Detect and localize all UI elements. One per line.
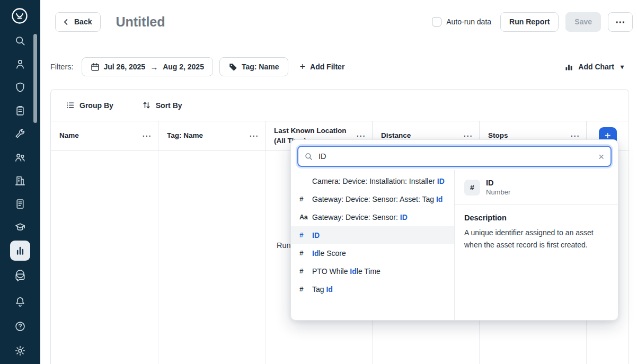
field-detail-title: ID — [486, 179, 510, 187]
sidebar — [0, 0, 40, 364]
notifications-bell-icon[interactable] — [12, 294, 28, 310]
table-column-body — [51, 151, 158, 364]
field-result-item[interactable]: #Tag Id — [291, 280, 454, 298]
field-search: × — [297, 146, 612, 167]
autorun-label: Auto-run data — [446, 17, 491, 26]
add-chart-label: Add Chart — [578, 63, 614, 71]
tag-filter[interactable]: Tag: Name — [219, 57, 288, 76]
sort-by-label: Sort By — [156, 101, 182, 110]
reports-chart-icon[interactable] — [10, 241, 30, 261]
field-result-item[interactable]: #PTO While Idle Time — [291, 262, 454, 280]
tag-filter-label: Tag: Name — [242, 63, 279, 71]
chevron-left-icon — [62, 18, 70, 26]
column-menu-icon[interactable]: ⋯ — [139, 130, 154, 141]
column-label: Tag: Name — [167, 131, 203, 140]
search-icon[interactable] — [10, 31, 30, 51]
plus-icon: + — [300, 62, 306, 72]
date-range-filter[interactable]: Jul 26, 2025 → Aug 2, 2025 — [82, 57, 213, 76]
sites-building-icon[interactable] — [10, 171, 30, 191]
field-detail-panel: # ID Number Description A unique identif… — [455, 170, 618, 320]
field-detail-header: # ID Number — [455, 170, 618, 205]
sidebar-scrollbar[interactable] — [33, 34, 37, 123]
table-toolbar: Group By Sort By — [51, 90, 629, 121]
chart-icon — [564, 63, 573, 72]
settings-gear-icon[interactable] — [12, 343, 28, 359]
maintenance-wrench-icon[interactable] — [10, 124, 30, 144]
compliance-clipboard-icon[interactable] — [10, 101, 30, 121]
number-type-icon: # — [299, 194, 312, 205]
header-actions: Auto-run data Run Report Save ⋯ — [432, 12, 633, 32]
field-search-input[interactable] — [317, 152, 593, 161]
more-options-button[interactable]: ⋯ — [608, 12, 633, 32]
number-type-icon: # — [299, 230, 312, 241]
autorun-toggle[interactable]: Auto-run data — [432, 17, 491, 26]
field-result-item[interactable]: #Gateway: Device: Sensor: Asset: Tag Id — [291, 190, 454, 208]
number-type-icon: # — [299, 284, 312, 295]
field-result-label: ID — [312, 230, 447, 241]
field-result-item[interactable]: #Idle Score — [291, 244, 454, 262]
training-cap-icon[interactable] — [10, 217, 30, 237]
table-empty-state-text: Run — [277, 241, 291, 250]
add-filter-button[interactable]: + Add Filter — [295, 57, 350, 76]
clear-search-icon[interactable]: × — [597, 152, 605, 162]
group-by-label: Group By — [79, 101, 113, 110]
field-result-label: Gateway: Device: Sensor: Asset: Tag Id — [312, 194, 447, 205]
popover-body: Camera: Device: Installation: Installer … — [291, 170, 618, 320]
description-text: A unique identifier assigned to an asset… — [464, 227, 598, 251]
field-results-list: Camera: Device: Installation: Installer … — [291, 170, 455, 320]
add-column-popover: × Camera: Device: Installation: Installe… — [290, 139, 618, 321]
column-header-tag-name[interactable]: Tag: Name ⋯ — [158, 121, 266, 150]
sidebar-bottom-nav — [0, 270, 40, 359]
arrow-right-icon: → — [150, 63, 158, 72]
date-end: Aug 2, 2025 — [163, 63, 204, 71]
group-by-button[interactable]: Group By — [60, 96, 119, 115]
save-button[interactable]: Save — [565, 12, 601, 32]
documents-icon[interactable] — [10, 194, 30, 214]
field-result-label: Gateway: Device: Sensor: ID — [312, 212, 447, 223]
date-start: Jul 26, 2025 — [104, 63, 146, 71]
field-result-item[interactable]: Camera: Device: Installation: Installer … — [291, 172, 454, 190]
chat-icon[interactable] — [12, 270, 28, 286]
page-title[interactable]: Untitled — [116, 14, 165, 30]
back-label: Back — [74, 17, 92, 26]
filters-label: Filters: — [50, 63, 74, 71]
chevron-down-icon: ▾ — [621, 63, 624, 70]
list-icon — [66, 101, 75, 110]
number-type-icon: # — [464, 180, 480, 196]
field-result-label: Camera: Device: Installation: Installer … — [312, 176, 447, 187]
sort-by-button[interactable]: Sort By — [137, 96, 188, 115]
field-result-label: Tag Id — [312, 284, 447, 295]
text-type-icon: Aa — [299, 212, 312, 223]
people-icon[interactable] — [10, 147, 30, 167]
safety-shield-icon[interactable] — [10, 77, 30, 97]
number-type-icon: # — [299, 248, 312, 259]
field-result-label: PTO While Idle Time — [312, 266, 447, 277]
table-column-body — [158, 151, 266, 364]
field-result-item[interactable]: #ID — [291, 226, 454, 244]
back-button[interactable]: Back — [55, 12, 101, 32]
column-menu-icon[interactable]: ⋯ — [246, 130, 261, 141]
add-filter-label: Add Filter — [310, 63, 344, 71]
field-result-label: Idle Score — [312, 248, 447, 259]
column-label: Name — [59, 131, 79, 140]
number-type-icon: # — [299, 266, 312, 277]
column-header-name[interactable]: Name ⋯ — [51, 121, 158, 150]
logo[interactable] — [11, 7, 29, 25]
field-result-item[interactable]: AaGateway: Device: Sensor: ID — [291, 208, 454, 226]
field-detail-type: Number — [486, 188, 510, 196]
app-header: Back Untitled Auto-run data Run Report S… — [40, 0, 637, 32]
filters-bar: Filters: Jul 26, 2025 → Aug 2, 2025 Tag:… — [50, 57, 629, 76]
search-icon — [304, 152, 313, 161]
help-icon[interactable] — [12, 318, 28, 334]
run-report-button[interactable]: Run Report — [500, 12, 559, 32]
autorun-checkbox[interactable] — [432, 17, 441, 26]
description-heading: Description — [464, 214, 608, 222]
sort-arrows-icon — [142, 101, 151, 110]
calendar-icon — [91, 63, 100, 72]
tag-icon — [228, 63, 237, 72]
add-chart-button[interactable]: Add Chart ▾ — [559, 57, 629, 76]
driver-icon[interactable] — [10, 54, 30, 74]
field-description-section: Description A unique identifier assigned… — [455, 205, 618, 260]
